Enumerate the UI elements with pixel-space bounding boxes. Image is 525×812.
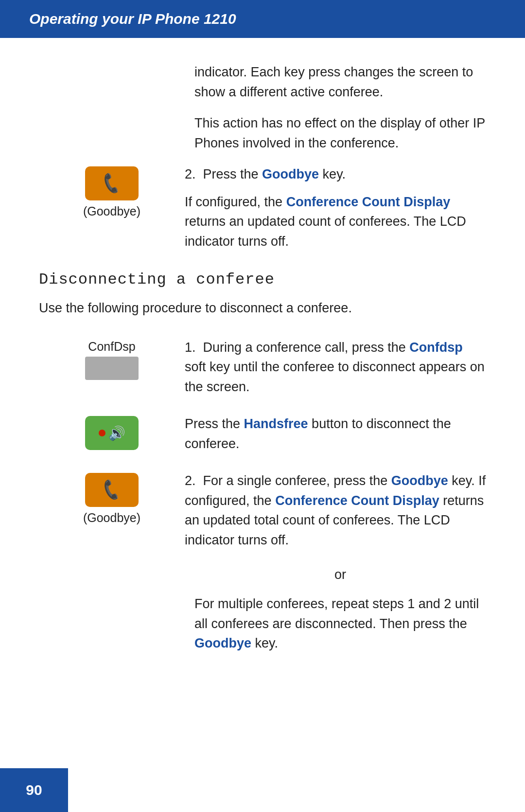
confdsp-label: ConfDsp	[88, 340, 135, 354]
handsfree-icon-area: 🔊	[39, 414, 185, 450]
multiple-para: For multiple conferees, repeat steps 1 a…	[194, 594, 486, 653]
page-footer: 90	[0, 768, 68, 812]
handsfree-line: Press the Handsfree button to disconnect…	[185, 414, 486, 453]
conference-count-display-link: Conference Count Display	[286, 195, 451, 209]
goodbye-button-image2: 📞	[85, 473, 139, 507]
step2-detail: If configured, the Conference Count Disp…	[185, 192, 486, 252]
handsfree-button-image: 🔊	[85, 416, 139, 450]
step2-line1: 2. Press the Goodbye key.	[185, 164, 486, 184]
handsfree-row: 🔊 Press the Handsfree button to disconne…	[39, 414, 486, 453]
confdsp-link: Confdsp	[409, 340, 462, 355]
step2-row: 📞 (Goodbye) 2. Press the Goodbye key. If…	[39, 164, 486, 251]
step2b-icon-area: 📞 (Goodbye)	[39, 471, 185, 525]
or-separator: or	[194, 567, 486, 582]
goodbye-link3: Goodbye	[194, 636, 251, 650]
handsfree-text: Press the Handsfree button to disconnect…	[185, 414, 486, 453]
handsfree-link: Handsfree	[244, 416, 308, 431]
step2b-text: 2. For a single conferee, press the Good…	[185, 471, 486, 550]
continuation-para1: indicator. Each key press changes the sc…	[194, 62, 486, 102]
step2b-row: 📞 (Goodbye) 2. For a single conferee, pr…	[39, 471, 486, 550]
step1-line: 1. During a conference call, press the C…	[185, 338, 486, 397]
confdsp-button-image	[85, 357, 139, 380]
step1-text: 1. During a conference call, press the C…	[185, 338, 486, 397]
handsfree-indicator	[99, 430, 105, 436]
step2b-line: 2. For a single conferee, press the Good…	[185, 471, 486, 550]
step2-num: 2.	[185, 167, 203, 181]
phone-icon: 📞	[100, 171, 124, 195]
conference-count-display-link2: Conference Count Display	[275, 493, 439, 508]
page-header: Operating your IP Phone 1210	[0, 0, 525, 38]
page-title: Operating your IP Phone 1210	[29, 11, 236, 27]
goodbye-button-image: 📞	[85, 166, 139, 200]
step2-text: 2. Press the Goodbye key. If configured,…	[185, 164, 486, 251]
phone-icon2: 📞	[100, 478, 124, 502]
goodbye-link: Goodbye	[262, 167, 319, 181]
step1-row: ConfDsp 1. During a conference call, pre…	[39, 338, 486, 397]
page-number: 90	[26, 782, 42, 798]
step1-icon-area: ConfDsp	[39, 338, 185, 380]
section-desc: Use the following procedure to disconnec…	[39, 298, 486, 318]
speaker-icon: 🔊	[108, 425, 125, 441]
main-content: indicator. Each key press changes the sc…	[0, 38, 525, 689]
goodbye-label2: (Goodbye)	[83, 511, 140, 525]
step2-icon-area: 📞 (Goodbye)	[39, 164, 185, 218]
goodbye-label: (Goodbye)	[83, 204, 140, 218]
continuation-para2: This action has no effect on the display…	[194, 113, 486, 153]
goodbye-link2: Goodbye	[391, 473, 448, 488]
section-heading: Disconnecting a conferee	[39, 271, 486, 289]
